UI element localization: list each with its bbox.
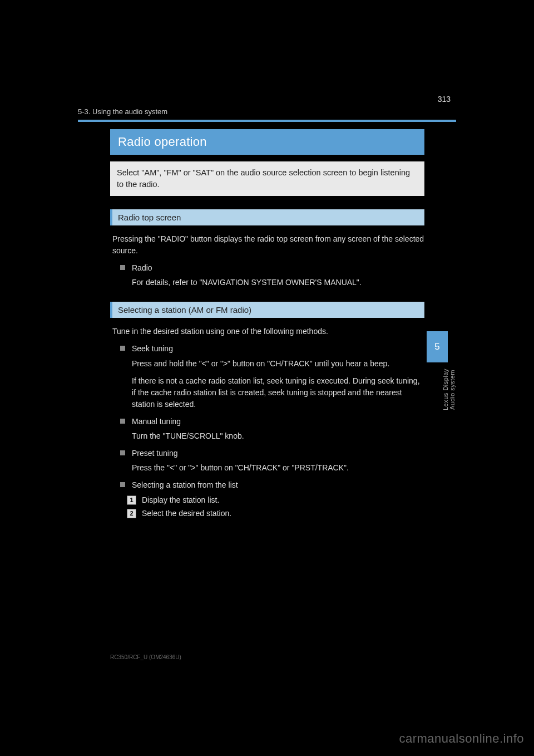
page-title: Radio operation [110, 129, 424, 155]
chapter-tab: 5 [427, 331, 448, 362]
intro-box: Select "AM", "FM" or "SAT" on the audio … [110, 161, 424, 196]
step-2: 2 Select the desired station. [127, 508, 424, 519]
item-manual-label: Manual tuning [132, 416, 181, 427]
square-bullet-icon [120, 419, 125, 424]
square-bullet-icon [120, 482, 125, 487]
page-number: 313 [438, 95, 451, 104]
step-2-text: Select the desired station. [142, 508, 231, 519]
section1-sub-label: Radio [132, 262, 152, 273]
section-heading-selecting-station: Selecting a station (AM or FM radio) [110, 302, 424, 318]
header-rule [78, 120, 456, 122]
section2-intro: Tune in the desired station using one of… [112, 326, 424, 337]
chapter-side-label: Lexus Display Audio system [442, 367, 453, 412]
header-section-title: 5-3. Using the audio system [78, 107, 456, 116]
section-heading-radio-top: Radio top screen [110, 209, 424, 225]
step-1-text: Display the station list. [142, 494, 219, 505]
item-list-label: Selecting a station from the list [132, 479, 238, 490]
item-list-select: Selecting a station from the list [120, 479, 424, 490]
item-manual-text: Turn the "TUNE/SCROLL" knob. [132, 430, 424, 442]
step-number-icon: 2 [127, 509, 136, 518]
item-preset-text: Press the "<" or ">" button on "CH/TRACK… [132, 462, 424, 474]
main-content: Radio operation Select "AM", "FM" or "SA… [110, 129, 424, 521]
footer-doc-id: RC350/RCF_U (OM24636U) [110, 654, 181, 660]
item-seek-text: Press and hold the "<" or ">" button on … [132, 358, 424, 370]
item-seek-extra: If there is not a cache radio station li… [132, 375, 424, 410]
item-manual-tuning: Manual tuning [120, 416, 424, 427]
square-bullet-icon [120, 450, 125, 455]
section1-subitem: Radio [120, 262, 424, 273]
step-1: 1 Display the station list. [127, 494, 424, 505]
item-preset-tuning: Preset tuning [120, 448, 424, 459]
item-seek-label: Seek tuning [132, 343, 173, 354]
section1-sub-text: For details, refer to "NAVIGATION SYSTEM… [132, 277, 424, 288]
square-bullet-icon [120, 346, 125, 351]
item-seek-tuning: Seek tuning [120, 343, 424, 354]
item-preset-label: Preset tuning [132, 448, 178, 459]
section1-body: Pressing the "RADIO" button displays the… [112, 233, 424, 257]
step-number-icon: 1 [127, 495, 136, 505]
square-bullet-icon [120, 265, 125, 270]
watermark: carmanualsonline.info [399, 732, 524, 746]
